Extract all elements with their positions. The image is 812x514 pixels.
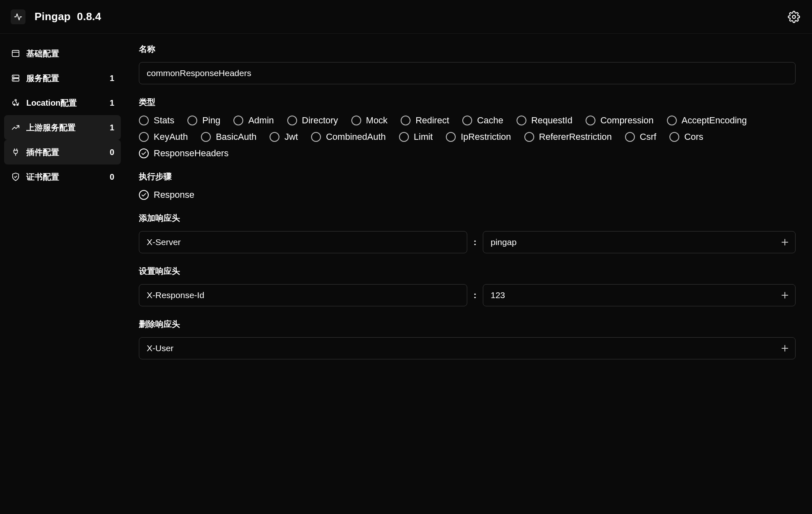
radio-label: ResponseHeaders: [154, 148, 228, 159]
sidebar-item-left: 上游服务配置: [11, 122, 76, 133]
sidebar-item-basic[interactable]: 基础配置: [4, 41, 121, 66]
steps-radio-group: Response: [139, 190, 796, 200]
radio-label: AcceptEncoding: [682, 115, 747, 126]
del-header-input[interactable]: [139, 337, 796, 359]
sidebar-item-left: Location配置: [11, 97, 77, 109]
del-headers-row: [139, 337, 796, 359]
radio-label: RefererRestriction: [539, 132, 612, 142]
gear-icon: [788, 11, 800, 23]
radio-compression[interactable]: Compression: [586, 115, 654, 126]
radio-refererrestriction[interactable]: RefererRestriction: [524, 132, 612, 142]
radio-responseheaders[interactable]: ResponseHeaders: [139, 148, 228, 159]
set-header-value-wrap: [483, 284, 796, 306]
radio-limit[interactable]: Limit: [399, 132, 433, 142]
add-header-value-wrap: [483, 231, 796, 253]
radio-circle: [625, 132, 635, 142]
radio-label: Ping: [202, 115, 220, 126]
step-section: 执行步骤 Response: [139, 171, 796, 200]
sidebar-count: 0: [110, 172, 114, 182]
radio-circle: [139, 116, 149, 125]
radio-label: Stats: [154, 115, 174, 126]
radio-label: Jwt: [284, 132, 298, 142]
add-header-plus-button[interactable]: [779, 236, 791, 248]
add-headers-section: 添加响应头 :: [139, 213, 796, 253]
set-header-plus-button[interactable]: [779, 289, 791, 301]
window-icon: [11, 49, 21, 58]
sidebar-label: 插件配置: [26, 147, 59, 158]
radio-response[interactable]: Response: [139, 190, 194, 200]
sidebar-label: 证书配置: [26, 171, 59, 183]
sidebar-item-service[interactable]: 服务配置 1: [4, 66, 121, 90]
plus-icon: [780, 237, 790, 247]
kv-separator: :: [473, 290, 477, 301]
radio-circle: [201, 132, 211, 142]
radio-label: Csrf: [640, 132, 656, 142]
radio-admin[interactable]: Admin: [233, 115, 274, 126]
radio-mock[interactable]: Mock: [351, 115, 388, 126]
sidebar-label: Location配置: [26, 97, 77, 109]
radio-label: Admin: [248, 115, 274, 126]
radio-label: Cors: [684, 132, 703, 142]
add-headers-label: 添加响应头: [139, 213, 796, 224]
set-headers-row: :: [139, 284, 796, 306]
plus-icon: [780, 343, 790, 353]
sidebar-item-upstream[interactable]: 上游服务配置 1: [4, 115, 121, 140]
svg-rect-1: [12, 51, 19, 57]
radio-label: Directory: [302, 115, 338, 126]
add-header-value-input[interactable]: [483, 231, 796, 253]
radio-circle: [139, 148, 149, 158]
set-header-key-input[interactable]: [139, 284, 467, 306]
del-headers-section: 删除响应头: [139, 319, 796, 359]
radio-cache[interactable]: Cache: [462, 115, 503, 126]
radio-circle: [270, 132, 279, 142]
radio-stats[interactable]: Stats: [139, 115, 174, 126]
add-headers-row: :: [139, 231, 796, 253]
radio-basicauth[interactable]: BasicAuth: [201, 132, 256, 142]
set-header-value-input[interactable]: [483, 284, 796, 306]
del-header-value-wrap: [139, 337, 796, 359]
name-input[interactable]: [139, 62, 796, 84]
radio-keyauth[interactable]: KeyAuth: [139, 132, 188, 142]
name-label: 名称: [139, 44, 796, 55]
sidebar-item-location[interactable]: Location配置 1: [4, 90, 121, 115]
shield-icon: [11, 172, 21, 182]
radio-iprestriction[interactable]: IpRestriction: [446, 132, 511, 142]
radio-redirect[interactable]: Redirect: [401, 115, 449, 126]
radio-label: IpRestriction: [461, 132, 511, 142]
radio-jwt[interactable]: Jwt: [270, 132, 298, 142]
radio-label: KeyAuth: [154, 132, 188, 142]
header: Pingap 0.8.4: [0, 0, 812, 34]
webhook-icon: [11, 98, 21, 108]
sidebar-item-cert[interactable]: 证书配置 0: [4, 164, 121, 189]
radio-circle: [139, 132, 149, 142]
sidebar-count: 1: [110, 98, 114, 108]
sidebar-item-left: 服务配置: [11, 73, 59, 84]
radio-requestid[interactable]: RequestId: [517, 115, 572, 126]
add-header-key-input[interactable]: [139, 231, 467, 253]
step-label: 执行步骤: [139, 171, 796, 182]
radio-acceptencoding[interactable]: AcceptEncoding: [667, 115, 747, 126]
app-name: Pingap: [35, 10, 71, 23]
radio-circle: [586, 116, 595, 125]
radio-directory[interactable]: Directory: [287, 115, 338, 126]
radio-circle: [524, 132, 534, 142]
app-logo: [11, 9, 25, 24]
del-header-plus-button[interactable]: [779, 343, 791, 354]
set-headers-label: 设置响应头: [139, 266, 796, 277]
sidebar-label: 基础配置: [26, 48, 59, 59]
radio-label: BasicAuth: [216, 132, 256, 142]
radio-circle: [669, 132, 679, 142]
radio-csrf[interactable]: Csrf: [625, 132, 656, 142]
settings-button[interactable]: [787, 9, 801, 24]
header-left: Pingap 0.8.4: [11, 9, 101, 24]
sidebar-item-left: 插件配置: [11, 147, 59, 158]
radio-label: Redirect: [415, 115, 449, 126]
radio-combinedauth[interactable]: CombinedAuth: [311, 132, 386, 142]
radio-label: Limit: [414, 132, 433, 142]
radio-circle: [446, 132, 456, 142]
radio-circle: [667, 116, 677, 125]
radio-label: Mock: [366, 115, 388, 126]
sidebar-item-plugin[interactable]: 插件配置 0: [4, 140, 121, 164]
radio-cors[interactable]: Cors: [669, 132, 703, 142]
radio-ping[interactable]: Ping: [187, 115, 220, 126]
